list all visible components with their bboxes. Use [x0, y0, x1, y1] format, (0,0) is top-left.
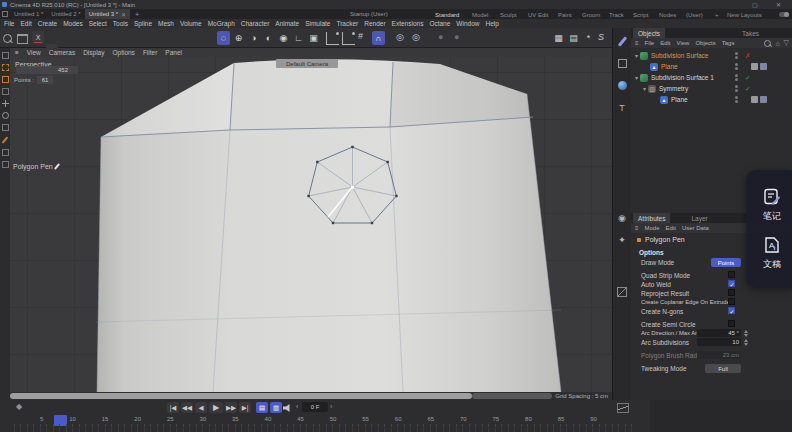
doc-tab-1[interactable]: Untitled 1 *: [10, 9, 47, 19]
layout-tab-sculpt[interactable]: Sculpt: [500, 10, 517, 19]
generator-enabled-icon[interactable]: ✓: [745, 85, 750, 93]
am-menu-mode[interactable]: Mode: [645, 225, 660, 231]
om-menu-view[interactable]: View: [677, 40, 690, 46]
palette-selection-icon[interactable]: [2, 64, 9, 71]
visibility-dots[interactable]: [735, 85, 738, 92]
semi-circle-checkbox[interactable]: [728, 320, 735, 327]
viewport-burger-icon[interactable]: ≡: [15, 49, 19, 56]
arc-direction-input[interactable]: 45 °: [697, 329, 741, 337]
coplanar-checkbox[interactable]: [728, 298, 735, 305]
light-icon[interactable]: ✦: [617, 234, 628, 245]
current-layout-label[interactable]: Startup (User): [350, 11, 388, 17]
tree-row-subdivision-surface-1[interactable]: ▾ Subdivision Surface 1 ✓: [631, 72, 792, 83]
layout-tab-uvedit[interactable]: UV Edit: [528, 10, 548, 19]
render-settings-button[interactable]: *: [582, 31, 595, 45]
model-mesh[interactable]: [96, 59, 561, 392]
camera-icon[interactable]: ◉: [617, 212, 628, 223]
menu-item[interactable]: Spline: [134, 20, 152, 27]
timeline-options-icon[interactable]: [617, 403, 629, 413]
move-tool-button[interactable]: ⊕: [232, 31, 245, 45]
objects-filter-icon[interactable]: ▽: [784, 39, 789, 47]
menu-item[interactable]: MoGraph: [208, 20, 235, 27]
frame-increment-icon[interactable]: ›: [330, 403, 332, 410]
layout-tab-script[interactable]: Script: [633, 10, 648, 19]
subdivision-surface-icon[interactable]: [640, 74, 648, 82]
layout-tab-paint[interactable]: Paint: [558, 10, 572, 19]
symmetry-object-icon[interactable]: ◫: [648, 85, 656, 93]
goto-end-button[interactable]: ▶|: [239, 402, 251, 413]
generator-disabled-icon[interactable]: ✗: [745, 52, 750, 60]
render-to-viewer-button[interactable]: ▦: [552, 31, 565, 45]
objects-home-icon[interactable]: ⌂: [775, 40, 779, 47]
snap-enabled-button[interactable]: ∩: [372, 31, 385, 45]
tree-row-plane-2[interactable]: ▲ Plane: [631, 94, 792, 105]
axis-lock-x-button[interactable]: X: [32, 31, 44, 44]
expand-caret-icon[interactable]: ▾: [641, 85, 648, 92]
generator-enabled-icon[interactable]: ✓: [745, 74, 750, 82]
menu-item[interactable]: Render: [364, 20, 385, 27]
plane-object-icon[interactable]: ▲: [660, 96, 668, 104]
new-layouts-button[interactable]: New Layouts: [727, 10, 762, 19]
current-frame-field[interactable]: 0 F: [302, 402, 328, 412]
search-icon[interactable]: [3, 34, 12, 43]
menu-item[interactable]: File: [4, 20, 14, 27]
expand-caret-icon[interactable]: ▾: [633, 74, 640, 81]
auto-weld-checkbox[interactable]: [728, 280, 735, 287]
next-key-button[interactable]: ▶▶: [225, 402, 237, 413]
active-vertex-point[interactable]: [351, 186, 354, 189]
render-view-button[interactable]: ◎: [396, 32, 404, 42]
menu-item[interactable]: Tracker: [336, 20, 358, 27]
draw-mode-dropdown[interactable]: Points: [711, 258, 741, 267]
palette-tool-icon[interactable]: [2, 124, 9, 131]
tab-attributes[interactable]: Attributes: [633, 213, 670, 223]
play-button[interactable]: ▶: [209, 402, 223, 413]
doc-tab-3-active[interactable]: Untitled 3 * ✕: [85, 9, 130, 19]
om-menu-tags[interactable]: Tags: [722, 40, 735, 46]
workplane-button[interactable]: ▣: [307, 31, 320, 45]
object-axis-icon[interactable]: [326, 32, 339, 45]
visibility-dots[interactable]: [735, 74, 738, 81]
vp-menu-display[interactable]: Display: [83, 49, 104, 56]
palette-modeling-icon[interactable]: [2, 76, 9, 83]
object-tags[interactable]: [751, 63, 767, 70]
expand-caret-icon[interactable]: ▾: [633, 52, 640, 59]
axis-mode-button[interactable]: ∟: [292, 31, 305, 45]
goto-start-button[interactable]: |◀: [167, 402, 179, 413]
palette-tool-icon[interactable]: [2, 161, 9, 168]
tree-item-label[interactable]: Plane: [661, 63, 678, 70]
doc-tab-2[interactable]: Untitled 2 *: [47, 9, 84, 19]
grid-quantize-icon[interactable]: #: [358, 31, 363, 41]
menu-item[interactable]: Modes: [63, 20, 83, 27]
subdivision-surface-icon[interactable]: [640, 52, 648, 60]
add-layout-button[interactable]: +: [715, 10, 719, 19]
objects-burger-icon[interactable]: ≡: [635, 40, 639, 46]
tree-row-plane[interactable]: ▲ Plane: [631, 61, 792, 72]
menu-item[interactable]: Window: [456, 20, 479, 27]
tab-objects[interactable]: Objects: [633, 28, 665, 38]
previous-key-button[interactable]: ◀◀: [181, 402, 193, 413]
previous-frame-button[interactable]: ◀: [195, 402, 207, 413]
menu-item[interactable]: Character: [241, 20, 270, 27]
menu-item[interactable]: Octane: [429, 20, 450, 27]
visibility-dots[interactable]: [735, 52, 738, 59]
menu-item[interactable]: Tools: [113, 20, 128, 27]
objects-search-icon[interactable]: [764, 40, 771, 47]
attributes-burger-icon[interactable]: ≡: [635, 225, 639, 231]
layout-lock-toggle[interactable]: [779, 12, 789, 17]
layout-tab-track[interactable]: Track: [609, 10, 624, 19]
visibility-dots[interactable]: [735, 96, 738, 103]
menu-item[interactable]: Select: [89, 20, 107, 27]
live-selection-tool-button[interactable]: ◌: [217, 31, 230, 45]
undo-icon[interactable]: [17, 34, 28, 44]
menu-item[interactable]: Edit: [20, 20, 31, 27]
om-menu-edit[interactable]: Edit: [660, 40, 670, 46]
square-primitive-icon[interactable]: [617, 58, 628, 69]
polygon-pen-icon[interactable]: [2, 136, 9, 143]
render-picture-viewer-button[interactable]: ▤: [567, 31, 580, 45]
last-tool-button[interactable]: ◉: [277, 31, 290, 45]
world-axis-icon[interactable]: [342, 32, 355, 45]
menu-item[interactable]: Mesh: [158, 20, 174, 27]
tweaking-mode-dropdown[interactable]: Full: [705, 364, 741, 373]
scale-tool-button[interactable]: ◑: [247, 31, 260, 45]
object-tags[interactable]: [751, 96, 767, 103]
